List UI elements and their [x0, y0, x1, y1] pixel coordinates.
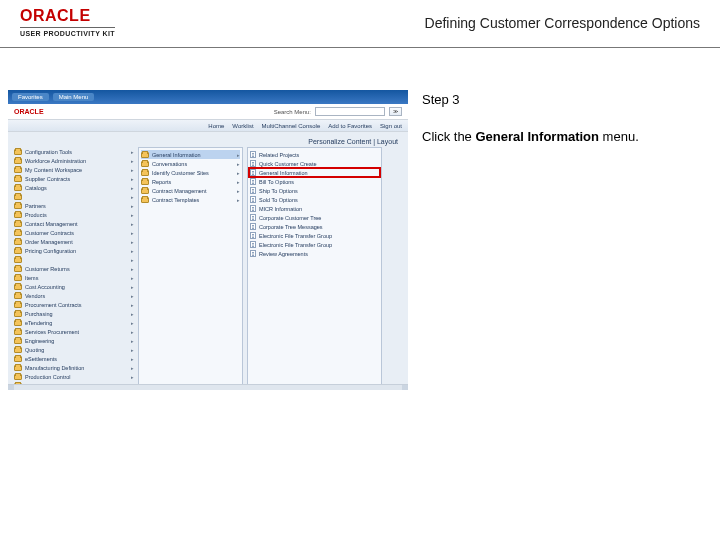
main-menu[interactable]: Main Menu	[53, 93, 95, 101]
nav-folder-item[interactable]: Services Procurement▸	[14, 327, 134, 336]
folder-icon	[141, 188, 149, 194]
submenu-folder-item[interactable]: General Information▸	[141, 150, 240, 159]
leaf-menu-item[interactable]: Electronic File Transfer Group	[250, 231, 379, 240]
nav-item-label: Vendors	[25, 293, 45, 299]
nav-folder-item[interactable]: Pricing Configuration▸	[14, 246, 134, 255]
leaf-item-label: Quick Customer Create	[259, 161, 316, 167]
search-group: Search Menu: ≫	[274, 107, 402, 116]
document-icon	[250, 223, 256, 230]
step-label: Step 3	[422, 92, 712, 107]
nav-folder-item[interactable]: Workforce Administration▸	[14, 156, 134, 165]
search-go-button[interactable]: ≫	[389, 107, 402, 116]
nav-folder-item[interactable]: Partners▸	[14, 201, 134, 210]
leaf-menu-item[interactable]: Ship To Options	[250, 186, 379, 195]
nav-item-label: Engineering	[25, 338, 54, 344]
horizontal-scrollbar[interactable]	[8, 384, 408, 390]
favorites-menu[interactable]: Favorites	[12, 93, 49, 101]
chevron-right-icon: ▸	[131, 149, 134, 155]
nav-folder-item[interactable]: Catalogs▸	[14, 183, 134, 192]
nav-folder-item[interactable]: eTendering▸	[14, 318, 134, 327]
leaf-menu-item[interactable]: Electronic File Transfer Group	[250, 240, 379, 249]
nav-folder-item[interactable]: ▸	[14, 255, 134, 264]
chevron-right-icon: ▸	[131, 257, 134, 263]
nav-item-label: My Content Workspace	[25, 167, 82, 173]
leaf-menu-item[interactable]: Corporate Tree Messages	[250, 222, 379, 231]
folder-icon	[14, 194, 22, 200]
nav-folder-item[interactable]: Items▸	[14, 273, 134, 282]
folder-icon	[14, 221, 22, 227]
nav-folder-item[interactable]: Quoting▸	[14, 345, 134, 354]
submenu-folder-item[interactable]: Identify Customer Sites▸	[141, 168, 240, 177]
chevron-right-icon: ▸	[131, 320, 134, 326]
folder-icon	[14, 338, 22, 344]
submenu-folder-item[interactable]: Contract Templates▸	[141, 195, 240, 204]
panel-title[interactable]: Personalize Content | Layout	[14, 136, 402, 147]
leaf-menu-item[interactable]: General Information	[250, 168, 379, 177]
folder-icon	[14, 320, 22, 326]
chevron-right-icon: ▸	[131, 302, 134, 308]
nav-item-label: Purchasing	[25, 311, 53, 317]
nav-item-label: Supplier Contracts	[25, 176, 70, 182]
nav-folder-item[interactable]: Configuration Tools▸	[14, 147, 134, 156]
folder-icon	[14, 203, 22, 209]
toolbar-link-favorites[interactable]: Add to Favorites	[328, 123, 372, 129]
nav-folder-item[interactable]: Engineering▸	[14, 336, 134, 345]
folder-icon	[14, 149, 22, 155]
submenu-folder-item[interactable]: Contract Management▸	[141, 186, 240, 195]
nav-item-label: Procurement Contracts	[25, 302, 82, 308]
submenu-folder-item[interactable]: Reports▸	[141, 177, 240, 186]
nav-folder-item[interactable]: Cost Accounting▸	[14, 282, 134, 291]
nav-folder-item[interactable]: Procurement Contracts▸	[14, 300, 134, 309]
nav-column-1: Configuration Tools▸Workforce Administra…	[14, 147, 134, 390]
brand-main: ORACLE	[20, 8, 91, 24]
search-input[interactable]	[315, 107, 385, 116]
nav-column-3: Related ProjectsQuick Customer CreateGen…	[247, 147, 382, 390]
nav-item-label: Cost Accounting	[25, 284, 65, 290]
nav-folder-item[interactable]: Products▸	[14, 210, 134, 219]
nav-folder-item[interactable]: Customer Returns▸	[14, 264, 134, 273]
leaf-menu-item[interactable]: MICR Information	[250, 204, 379, 213]
leaf-menu-item[interactable]: Sold To Options	[250, 195, 379, 204]
nav-folder-item[interactable]: Manufacturing Definition▸	[14, 363, 134, 372]
nav-folder-item[interactable]: Vendors▸	[14, 291, 134, 300]
chevron-right-icon: ▸	[131, 239, 134, 245]
app-screenshot: Favorites Main Menu ORACLE Search Menu: …	[8, 90, 408, 390]
leaf-menu-item[interactable]: Corporate Customer Tree	[250, 213, 379, 222]
page-title: Defining Customer Correspondence Options	[425, 15, 700, 31]
nav-item-label: Manufacturing Definition	[25, 365, 84, 371]
chevron-right-icon: ▸	[131, 158, 134, 164]
submenu-item-label: Identify Customer Sites	[152, 170, 209, 176]
nav-item-label: Products	[25, 212, 47, 218]
chevron-right-icon: ▸	[131, 248, 134, 254]
nav-folder-item[interactable]: Purchasing▸	[14, 309, 134, 318]
nav-folder-item[interactable]: Supplier Contracts▸	[14, 174, 134, 183]
submenu-folder-item[interactable]: Conversations▸	[141, 159, 240, 168]
leaf-menu-item[interactable]: Review Agreements	[250, 249, 379, 258]
toolbar-link-mcconsole[interactable]: MultiChannel Console	[262, 123, 321, 129]
chevron-right-icon: ▸	[131, 185, 134, 191]
chevron-right-icon: ▸	[131, 311, 134, 317]
folder-icon	[14, 266, 22, 272]
nav-folder-item[interactable]: ▸	[14, 192, 134, 201]
nav-folder-item[interactable]: Contact Management▸	[14, 219, 134, 228]
leaf-menu-item[interactable]: Bill To Options	[250, 177, 379, 186]
nav-item-label: Customer Returns	[25, 266, 70, 272]
nav-folder-item[interactable]: Order Management▸	[14, 237, 134, 246]
folder-icon	[14, 374, 22, 380]
nav-column-2: General Information▸Conversations▸Identi…	[138, 147, 243, 390]
folder-icon	[14, 257, 22, 263]
toolbar-link-worklist[interactable]: Worklist	[232, 123, 253, 129]
chevron-right-icon: ▸	[237, 152, 240, 158]
nav-folder-item[interactable]: Production Control▸	[14, 372, 134, 381]
toolbar-link-signout[interactable]: Sign out	[380, 123, 402, 129]
leaf-item-label: Sold To Options	[259, 197, 298, 203]
toolbar-link-home[interactable]: Home	[208, 123, 224, 129]
folder-icon	[14, 212, 22, 218]
chevron-right-icon: ▸	[131, 203, 134, 209]
chevron-right-icon: ▸	[237, 161, 240, 167]
nav-folder-item[interactable]: My Content Workspace▸	[14, 165, 134, 174]
leaf-menu-item[interactable]: Related Projects	[250, 150, 379, 159]
nav-item-label: Production Control	[25, 374, 71, 380]
nav-folder-item[interactable]: eSettlements▸	[14, 354, 134, 363]
nav-folder-item[interactable]: Customer Contracts▸	[14, 228, 134, 237]
